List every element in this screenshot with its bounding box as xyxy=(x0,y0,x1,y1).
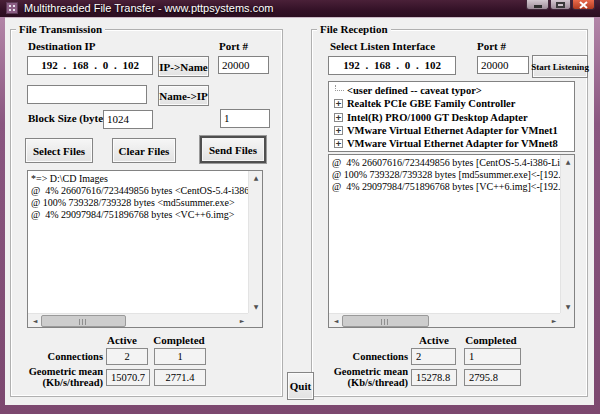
scroll-up-icon[interactable]: ▲ xyxy=(249,171,263,185)
ip-to-name-button[interactable]: IP->Name xyxy=(158,56,209,77)
tree-item-label: VMware Virtual Ethernet Adapter for VMne… xyxy=(347,124,558,137)
scroll-down-icon[interactable]: ▼ xyxy=(249,300,263,314)
tx-log-horizontal-scrollbar[interactable]: ◄ ► xyxy=(28,313,249,327)
tx-log-hscroll-thumb[interactable] xyxy=(41,315,126,327)
start-listening-button[interactable]: Start Listening xyxy=(532,55,588,78)
block-size-label: Block Size (bytes) xyxy=(28,112,111,124)
tree-expand-icon[interactable]: + xyxy=(334,126,343,135)
send-files-button[interactable]: Send Files xyxy=(200,136,266,163)
tx-completed-header: Completed xyxy=(150,334,208,346)
tree-item-label: Realtek PCIe GBE Family Controller xyxy=(347,97,515,110)
tree-item-label: <user defined -- caveat typor> xyxy=(347,84,482,97)
tx-connections-active-value: 2 xyxy=(106,348,148,365)
scroll-right-icon[interactable]: ► xyxy=(235,314,249,328)
title-bar[interactable]: Multithreaded File Transfer - www.pttpsy… xyxy=(0,0,600,17)
scroll-left-icon[interactable]: ◄ xyxy=(28,314,42,328)
tx-connections-label: Connections xyxy=(20,351,103,362)
rx-log-line[interactable]: @ 4% 29097984/751896768 bytes [VC++6.img… xyxy=(332,181,560,193)
tx-log-scroll-corner xyxy=(248,313,262,327)
rx-completed-header: Completed xyxy=(462,334,520,346)
maximize-button[interactable] xyxy=(550,0,571,10)
tx-log-content: *=> D:\CD Images @ 4% 26607616/723449856… xyxy=(28,171,248,314)
tree-item-label: Intel(R) PRO/1000 GT Desktop Adapter xyxy=(347,111,528,124)
rx-log-content: @ 4% 26607616/723449856 bytes [CentOS-5.… xyxy=(329,155,560,314)
rx-geomean-label-line2: (Kb/s/thread) xyxy=(315,377,408,388)
rx-port-label: Port # xyxy=(477,40,506,52)
rx-connections-completed-value: 1 xyxy=(464,348,521,365)
tx-geomean-active-value: 15070.7 xyxy=(106,369,150,386)
destination-ip-input[interactable]: 192 . 168 . 0 . 102 xyxy=(27,56,153,75)
maximize-icon xyxy=(556,2,565,8)
rx-log-vertical-scrollbar[interactable]: ▲ ▼ xyxy=(560,155,574,314)
tx-log-line[interactable]: @ 100% 739328/739328 bytes <md5summer.ex… xyxy=(31,197,248,209)
tree-item-label: VMware Virtual Ethernet Adapter for VMne… xyxy=(347,137,558,150)
file-transmission-group-label: File Transmission xyxy=(16,23,105,35)
scrollbar-grip-icon xyxy=(381,319,390,325)
tx-log-line[interactable]: @ 4% 29097984/751896768 bytes <VC++6.img… xyxy=(31,209,248,221)
minimize-icon xyxy=(534,5,542,8)
rx-log-line[interactable]: @ 4% 26607616/723449856 bytes [CentOS-5.… xyxy=(332,157,560,169)
close-icon xyxy=(579,1,588,9)
close-button[interactable] xyxy=(572,0,595,10)
tree-connector-icon xyxy=(335,85,344,91)
tx-active-header: Active xyxy=(96,334,148,346)
minimize-button[interactable] xyxy=(526,0,549,10)
rx-log-scroll-corner xyxy=(560,313,574,327)
tx-log-listbox[interactable]: *=> D:\CD Images @ 4% 26607616/723449856… xyxy=(27,170,263,328)
interface-tree[interactable]: <user defined -- caveat typor> + Realtek… xyxy=(328,81,575,152)
file-reception-group-label: File Reception xyxy=(317,23,391,35)
tree-item-realtek[interactable]: + Realtek PCIe GBE Family Controller xyxy=(329,97,574,110)
tx-connections-completed-value: 1 xyxy=(154,348,206,365)
tx-log-line[interactable]: @ 4% 26607616/723449856 bytes <CentOS-5.… xyxy=(31,185,248,197)
rx-active-header: Active xyxy=(408,334,460,346)
rx-geomean-completed-value: 2795.8 xyxy=(464,369,521,386)
quit-button[interactable]: Quit xyxy=(287,372,314,400)
rx-log-horizontal-scrollbar[interactable]: ◄ ► xyxy=(329,313,561,327)
app-window: Multithreaded File Transfer - www.pttpsy… xyxy=(0,0,600,414)
rx-port-input[interactable]: 20000 xyxy=(477,56,529,74)
scrollbar-grip-icon xyxy=(79,319,88,325)
scroll-down-icon[interactable]: ▼ xyxy=(561,300,575,314)
tree-item-user-defined[interactable]: <user defined -- caveat typor> xyxy=(329,84,574,97)
tx-geomean-label-line1: Geometric mean xyxy=(10,366,103,377)
rx-log-hscroll-thumb[interactable] xyxy=(342,315,429,327)
hostname-input[interactable] xyxy=(27,85,147,104)
scroll-right-icon[interactable]: ► xyxy=(547,314,561,328)
tree-item-vmnet1[interactable]: + VMware Virtual Ethernet Adapter for VM… xyxy=(329,124,574,137)
app-icon xyxy=(6,2,18,14)
listen-interface-label: Select Listen Interface xyxy=(330,40,435,52)
rx-geomean-active-value: 15278.8 xyxy=(411,369,457,386)
tree-expand-icon[interactable]: + xyxy=(334,113,343,122)
tx-geometric-mean-label: Geometric mean (Kb/s/thread) xyxy=(10,366,103,388)
listen-ip-input[interactable]: 192 . 168 . 0 . 102 xyxy=(328,56,456,75)
tx-port-label: Port # xyxy=(219,40,248,52)
destination-ip-label: Destination IP xyxy=(28,40,96,52)
tree-item-vmnet8[interactable]: + VMware Virtual Ethernet Adapter for VM… xyxy=(329,137,574,150)
rx-geomean-label-line1: Geometric mean xyxy=(315,366,408,377)
rx-log-line[interactable]: @ 100% 739328/739328 bytes [md5summer.ex… xyxy=(332,169,560,181)
select-files-button[interactable]: Select Files xyxy=(25,138,93,163)
tx-port-input[interactable]: 20000 xyxy=(218,56,269,74)
block-size-input[interactable]: 1024 xyxy=(103,110,153,129)
thread-count-input[interactable]: 1 xyxy=(220,109,270,128)
tx-log-vertical-scrollbar[interactable]: ▲ ▼ xyxy=(248,171,262,314)
tx-geomean-label-line2: (Kb/s/thread) xyxy=(10,377,103,388)
clear-files-button[interactable]: Clear Files xyxy=(112,138,176,163)
window-title: Multithreaded File Transfer - www.pttpsy… xyxy=(24,0,273,17)
rx-connections-active-value: 2 xyxy=(411,348,456,365)
tx-log-line[interactable]: *=> D:\CD Images xyxy=(31,173,248,185)
scroll-left-icon[interactable]: ◄ xyxy=(329,314,343,328)
tree-expand-icon[interactable]: + xyxy=(334,139,343,148)
rx-connections-label: Connections xyxy=(320,351,408,362)
scroll-up-icon[interactable]: ▲ xyxy=(561,155,575,169)
rx-log-listbox[interactable]: @ 4% 26607616/723449856 bytes [CentOS-5.… xyxy=(328,154,575,328)
tree-expand-icon[interactable]: + xyxy=(334,99,343,108)
rx-geometric-mean-label: Geometric mean (Kb/s/thread) xyxy=(315,366,408,388)
tx-geomean-completed-value: 2771.4 xyxy=(154,369,206,386)
name-to-ip-button[interactable]: Name->IP xyxy=(158,85,209,106)
tree-item-intel[interactable]: + Intel(R) PRO/1000 GT Desktop Adapter xyxy=(329,111,574,124)
